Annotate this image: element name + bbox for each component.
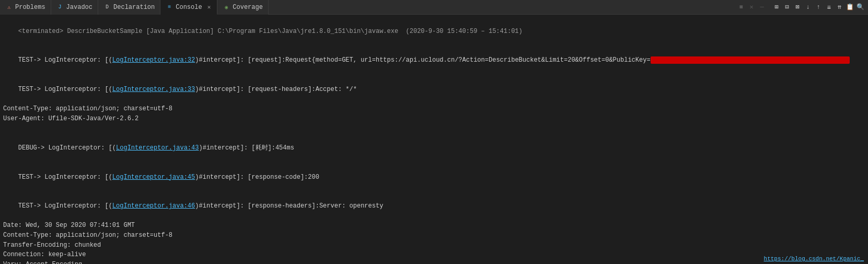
console-line-2: TEST-> LogInterceptor: [(LogInterceptor.… — [3, 75, 865, 105]
toolbar-minimize-button[interactable]: — — [757, 3, 767, 12]
console-close-button[interactable]: ✕ — [206, 3, 212, 11]
log-interceptor-link-45[interactable]: LogInterceptor.java:45 — [112, 174, 195, 181]
declaration-icon: D — [103, 4, 111, 11]
console-line-12: Connection: keep-alive — [3, 250, 865, 260]
toolbar-btn7[interactable]: ⇈ — [835, 3, 844, 12]
tab-console[interactable]: ≡ Console ✕ — [160, 0, 217, 15]
watermark-link[interactable]: https://blog.csdn.net/Kpanic_ — [764, 256, 864, 262]
tab-problems-label: Problems — [15, 4, 45, 11]
toolbar-btn5[interactable]: ↑ — [814, 3, 823, 12]
tab-coverage[interactable]: ◉ Coverage — [217, 0, 269, 15]
console-line-10: Content-Type: application/json; charset=… — [3, 231, 865, 240]
tab-javadoc[interactable]: J Javadoc — [51, 0, 98, 15]
console-line-13: Vary: Accept-Encoding — [3, 260, 865, 264]
toolbar-buttons: ■ ✕ — ⊞ ⊟ ⊠ ↓ ↑ ⇊ ⇈ 📋 🔍 — [736, 3, 868, 12]
toolbar-btn1[interactable]: ⊞ — [772, 3, 781, 12]
toolbar-btn9[interactable]: 🔍 — [855, 3, 865, 12]
javadoc-icon: J — [56, 4, 64, 11]
console-line-8: TEST-> LogInterceptor: [(LogInterceptor.… — [3, 192, 865, 221]
console-line-1: TEST-> LogInterceptor: [(LogInterceptor.… — [3, 46, 865, 75]
console-line-11: Transfer-Encoding: chunked — [3, 240, 865, 250]
console-icon: ≡ — [166, 4, 173, 11]
redacted-key-1: Bb4uD3d,4odTs.Rg,43DKy,S0lTM4qs,T,,3,,0,… — [651, 56, 850, 64]
tab-coverage-label: Coverage — [233, 4, 263, 11]
terminated-line: <terminated> DescribeBucketSample [Java … — [3, 17, 865, 46]
console-line-4: User-Agent: Ufile-SDK-Java/Ver-2.6.2 — [3, 114, 865, 124]
log-interceptor-link-33[interactable]: LogInterceptor.java:33 — [112, 86, 195, 93]
toolbar-btn8[interactable]: 📋 — [845, 3, 854, 12]
toolbar-stop-button[interactable]: ■ — [736, 3, 746, 12]
console-line-3: Content-Type: application/json; charset=… — [3, 104, 865, 114]
tab-console-label: Console — [176, 4, 202, 11]
tab-javadoc-label: Javadoc — [66, 4, 92, 11]
problems-icon: ⚠ — [5, 4, 13, 11]
toolbar-close-button[interactable]: ✕ — [747, 3, 756, 12]
tab-problems[interactable]: ⚠ Problems — [0, 0, 51, 15]
console-area: <terminated> DescribeBucketSample [Java … — [0, 15, 868, 264]
console-line-6: DEBUG-> LogInterceptor: [(LogInterceptor… — [3, 133, 865, 163]
toolbar-btn6[interactable]: ⇊ — [824, 3, 834, 12]
toolbar-btn4[interactable]: ↓ — [803, 3, 813, 12]
toolbar-btn3[interactable]: ⊠ — [793, 3, 802, 12]
log-interceptor-link-43[interactable]: LogInterceptor.java:43 — [116, 144, 199, 152]
console-line-7: TEST-> LogInterceptor: [(LogInterceptor.… — [3, 163, 865, 192]
console-line-9: Date: Wed, 30 Sep 2020 07:41:01 GMT — [3, 221, 865, 231]
tab-bar: ⚠ Problems J Javadoc D Declaration ≡ Con… — [0, 0, 868, 15]
log-interceptor-link-32[interactable]: LogInterceptor.java:32 — [112, 56, 195, 64]
log-interceptor-link-46[interactable]: LogInterceptor.java:46 — [112, 202, 195, 210]
tab-declaration-label: Declaration — [113, 4, 155, 11]
console-line-5 — [3, 124, 865, 134]
toolbar-btn2[interactable]: ⊟ — [782, 3, 792, 12]
tab-declaration[interactable]: D Declaration — [98, 0, 160, 15]
coverage-icon: ◉ — [223, 4, 230, 11]
